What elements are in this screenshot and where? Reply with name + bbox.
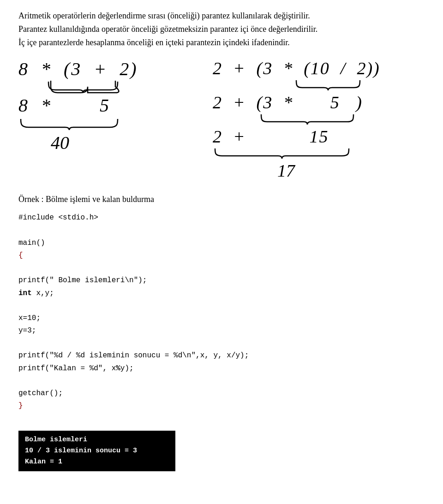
code-getchar: getchar();	[18, 387, 425, 400]
code-section: #include <stdio.h> main() { printf(" Bol…	[18, 212, 425, 412]
right-brace2	[259, 113, 356, 126]
code-open-brace: {	[18, 249, 425, 262]
diagram-left: 8 * (3 + 2) 8 * 5 40	[18, 58, 213, 181]
intro-line2: Parantez kullanıldığında operatör önceli…	[18, 24, 317, 34]
terminal-line1: Bolme islemleri	[25, 434, 169, 445]
left-brace1	[46, 80, 120, 95]
code-y-assign: y=3;	[18, 325, 425, 337]
diagram-right: 2 + (3 * (10 / 2)) 2 + (3 * 5 ) 2 +	[213, 58, 425, 181]
left-result: 40	[51, 132, 69, 154]
right-step1: 2 + (3 * 5 )	[213, 92, 363, 113]
code-close-brace: }	[18, 400, 425, 412]
terminal-output: Bolme islemleri 10 / 3 isleminin sonucu …	[18, 431, 175, 471]
code-blank5	[18, 375, 425, 387]
code-blank3	[18, 300, 425, 312]
right-brace3	[213, 147, 351, 160]
right-step2: 2 + 15	[213, 126, 329, 147]
left-brace2	[18, 117, 120, 132]
intro-line3: İç içe parantezlerde hesaplanma önceliği…	[18, 38, 290, 47]
code-include: #include <stdio.h>	[18, 212, 425, 224]
left-step1: 8 * 5	[18, 95, 110, 116]
code-blank1	[18, 225, 425, 237]
code-x-assign: x=10;	[18, 312, 425, 325]
intro-paragraph: Aritmetik operatörlerin değerlendirme sı…	[18, 9, 425, 49]
code-blank2	[18, 262, 425, 274]
right-result: 17	[277, 160, 295, 181]
terminal-line2: 10 / 3 isleminin sonucu = 3	[25, 445, 169, 457]
right-expr: 2 + (3 * (10 / 2))	[213, 58, 380, 78]
code-printf2: printf("%d / %d isleminin sonucu = %d\n"…	[18, 350, 425, 362]
terminal-line3: Kalan = 1	[25, 457, 169, 468]
code-blank4	[18, 337, 425, 350]
intro-line1: Aritmetik operatörlerin değerlendirme sı…	[18, 11, 310, 20]
example-heading: Örnek : Bölme işlemi ve kalan buldurma	[18, 195, 425, 204]
left-expr: 8 * (3 + 2)	[18, 58, 138, 80]
code-main: main()	[18, 237, 425, 249]
code-int-decl: int x,y;	[18, 287, 425, 300]
diagrams-section: 8 * (3 + 2) 8 * 5 40	[18, 58, 425, 181]
code-printf1: printf(" Bolme islemleri\n");	[18, 274, 425, 287]
code-printf3: printf("Kalan = %d", x%y);	[18, 362, 425, 375]
right-brace1	[294, 78, 362, 92]
